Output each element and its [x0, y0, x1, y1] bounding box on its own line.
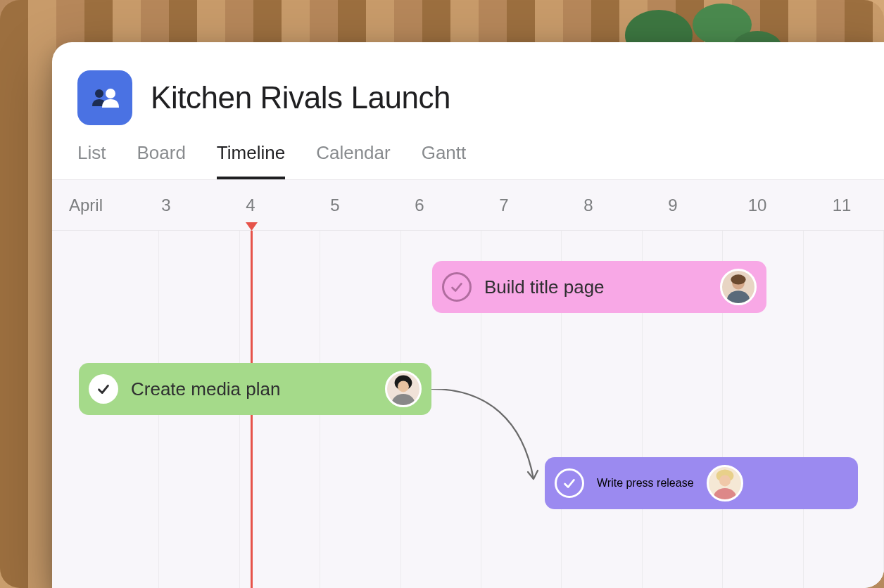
people-icon: [89, 88, 120, 108]
task-check-icon[interactable]: [555, 468, 584, 498]
tabs: List Board Timeline Calendar Gantt: [77, 142, 859, 179]
month-label: April: [69, 196, 124, 215]
svg-point-7: [731, 274, 745, 284]
svg-point-13: [714, 488, 736, 499]
check-icon: [562, 475, 577, 491]
date-header: 3: [124, 196, 208, 215]
task-bar-write-press-release[interactable]: Write press release: [545, 457, 858, 509]
date-header: 7: [462, 196, 546, 215]
task-bar-build-title-page[interactable]: Build title page: [432, 261, 766, 313]
panel-header: Kitchen Rivals Launch List Board Timelin…: [52, 42, 884, 179]
project-icon[interactable]: [77, 70, 132, 125]
assignee-avatar[interactable]: [707, 465, 743, 501]
svg-point-6: [727, 290, 750, 303]
task-check-icon[interactable]: [89, 374, 118, 404]
svg-point-3: [95, 89, 103, 98]
assignee-avatar[interactable]: [385, 371, 422, 407]
check-icon: [96, 381, 111, 397]
date-header: 4: [208, 196, 293, 215]
task-bar-create-media-plan[interactable]: Create media plan: [79, 363, 431, 415]
tab-timeline[interactable]: Timeline: [217, 142, 285, 179]
title-row: Kitchen Rivals Launch: [77, 70, 859, 125]
date-header: 6: [377, 196, 462, 215]
timeline-area[interactable]: April 3 4 5 6 7 8 9 10 11: [52, 179, 884, 588]
date-cells: 3 4 5 6 7 8 9 10 11: [124, 196, 884, 215]
tab-gantt[interactable]: Gantt: [422, 142, 467, 179]
date-header: 9: [631, 196, 715, 215]
date-header: 5: [293, 196, 377, 215]
svg-point-12: [719, 475, 731, 487]
task-title: Build title page: [484, 276, 707, 298]
svg-point-4: [106, 89, 115, 98]
check-icon: [449, 279, 465, 295]
today-marker-icon: [246, 222, 258, 231]
date-header: 11: [800, 196, 884, 215]
tab-calendar[interactable]: Calendar: [316, 142, 391, 179]
date-row: April 3 4 5 6 7 8 9 10 11: [52, 180, 884, 231]
project-panel: Kitchen Rivals Launch List Board Timelin…: [52, 42, 884, 588]
svg-point-9: [398, 381, 409, 392]
tab-list[interactable]: List: [77, 142, 106, 179]
task-check-icon[interactable]: [442, 272, 472, 302]
assignee-avatar[interactable]: [720, 269, 757, 305]
tab-board[interactable]: Board: [137, 142, 185, 179]
date-header: 10: [715, 196, 800, 215]
project-title: Kitchen Rivals Launch: [151, 80, 450, 115]
task-title: Write press release: [597, 477, 694, 490]
task-title: Create media plan: [131, 378, 372, 400]
svg-point-10: [392, 394, 415, 405]
date-header: 8: [546, 196, 631, 215]
